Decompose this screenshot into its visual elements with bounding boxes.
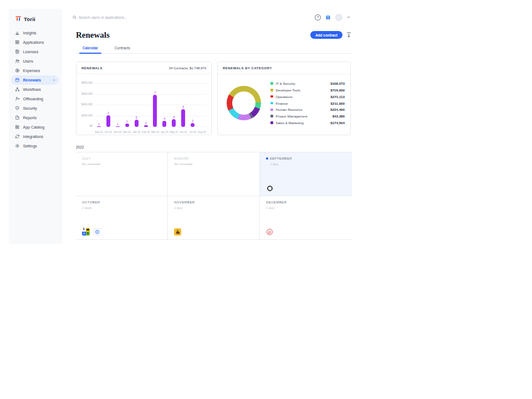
sidebar-item-settings[interactable]: Settings: [11, 141, 59, 151]
y-axis-tick: $200,000: [79, 115, 93, 117]
bar: [153, 95, 157, 127]
sidebar-item-reports[interactable]: Reports: [11, 113, 59, 122]
yellow-lock-app-icon[interactable]: [174, 228, 181, 236]
sidebar-item-security[interactable]: Security: [11, 104, 59, 113]
tab-bar: CalendarContracts: [76, 44, 352, 54]
insights-icon: [15, 30, 20, 35]
legend-label: Sales & Marketing: [276, 121, 304, 125]
bar: [144, 125, 148, 127]
renewals-icon: [15, 78, 20, 83]
bar: [97, 126, 101, 127]
bar: [181, 109, 185, 127]
password-manager-app-icon[interactable]: [94, 228, 101, 236]
month-status: 1 app: [266, 206, 346, 209]
month-status: 2 apps: [82, 206, 161, 209]
help-icon[interactable]: ?: [315, 14, 321, 21]
sidebar-item-licenses[interactable]: Licenses: [11, 47, 59, 57]
settings-icon: [15, 144, 20, 149]
month-name-row: JULY: [82, 157, 161, 160]
month-apps: E✈$: [82, 228, 161, 236]
sidebar-item-label: Reports: [23, 116, 37, 120]
month-apps: @: [266, 228, 346, 236]
sidebar-item-users[interactable]: Users: [11, 57, 59, 66]
applications-icon: [15, 40, 20, 45]
y-axis-tick: $600,000: [79, 93, 93, 96]
legend-row-project-management: Project Management$43,380: [270, 114, 345, 118]
bar-column-may-23: 4: [169, 116, 178, 127]
travel-expense-app-icon[interactable]: E✈$: [82, 228, 90, 236]
topbar-icons: ?: [315, 14, 350, 21]
reports-icon: [15, 115, 20, 120]
red-at-app-icon[interactable]: @: [266, 228, 273, 236]
x-axis-label: Nov 22: [113, 131, 122, 134]
legend-label: Project Management: [276, 114, 308, 118]
legend-row-finance: Finance$211,000: [270, 101, 345, 105]
legend-row-it-security: IT & Security$108,573: [270, 81, 345, 85]
bar-column-feb-23: 2: [141, 122, 151, 127]
bar-count-label: 2: [145, 122, 147, 125]
bar-columns: 12116274452: [94, 78, 207, 127]
legend-swatch: [270, 89, 273, 91]
bar-count-label: 6: [136, 116, 137, 119]
sidebar-item-label: Expenses: [23, 69, 40, 73]
month-name-row: SEPTEMBER: [266, 157, 346, 160]
sidebar-item-integrations[interactable]: Integrations: [11, 132, 59, 141]
sidebar-item-app-catalog[interactable]: App Catalog: [11, 122, 59, 132]
sidebar-item-label: Settings: [23, 144, 37, 148]
sidebar-item-expenses[interactable]: Expenses: [11, 66, 59, 75]
renewals-card-header: RENEWALS 34 Contracts, $1,748,970: [76, 62, 211, 74]
sidebar-item-applications[interactable]: Applications: [11, 38, 59, 47]
x-axis-label: Jan 23: [132, 131, 141, 134]
search-input[interactable]: [79, 16, 162, 19]
renewals-card: RENEWALS 34 Contracts, $1,748,970 $0$200…: [76, 62, 212, 135]
legend-value: $174,504: [330, 121, 345, 125]
bar: [191, 123, 195, 127]
y-axis-tick: $400,000: [79, 104, 93, 107]
month-name-row: AUGUST: [174, 157, 253, 160]
legend-swatch: [270, 121, 273, 124]
legend-row-operations: Operations$271,113: [270, 95, 345, 99]
filter-button[interactable]: [346, 32, 351, 38]
offboarding-icon: [15, 96, 20, 101]
sidebar-item-offboarding[interactable]: Offboarding: [11, 94, 59, 104]
legend-swatch: [270, 115, 273, 117]
sidebar-item-label: App Catalog: [23, 125, 45, 129]
legend-label: IT & Security: [276, 81, 295, 85]
user-avatar[interactable]: [335, 14, 342, 21]
x-axis-label: Dec 22: [122, 131, 132, 134]
tab-calendar[interactable]: Calendar: [81, 44, 100, 53]
legend-value: $271,113: [331, 95, 345, 99]
gift-icon[interactable]: [325, 14, 331, 20]
x-axis-label: Jul 23: [188, 131, 197, 134]
bar: [116, 126, 120, 127]
calendar-cell-december: DECEMBER1 app@: [260, 196, 352, 240]
sidebar-item-label: Security: [23, 106, 37, 110]
sidebar-item-insights[interactable]: Insights: [11, 28, 59, 38]
main-content: ? Renewals: [62, 9, 353, 244]
legend-label: Operations: [276, 95, 293, 99]
sidebar-item-workflows[interactable]: Workflows: [11, 85, 59, 94]
users-icon: [15, 59, 20, 64]
category-card: RENEWALS BY CATEGORY IT & Security$108,5…: [217, 62, 351, 135]
calendar-cell-july: JULYNo renewals: [76, 152, 168, 196]
filter-icon: [346, 32, 351, 38]
ring-logo-app-icon[interactable]: [266, 185, 273, 192]
bar: [106, 115, 110, 127]
month-status: 1 app: [174, 206, 253, 209]
tab-contracts[interactable]: Contracts: [113, 44, 132, 53]
donut-chart: [227, 86, 261, 120]
add-contract-button[interactable]: Add contract: [310, 31, 342, 39]
chevron-down-icon[interactable]: [347, 16, 350, 18]
sidebar-item-renewals[interactable]: Renewals›: [11, 75, 59, 85]
legend-row-human-resource: Human Resource$224,400: [270, 108, 345, 111]
month-apps: [266, 185, 346, 192]
legend-swatch: [270, 102, 273, 105]
expenses-icon: [15, 68, 20, 73]
x-axis-label: Jun 23: [178, 131, 188, 134]
sidebar-item-label: Licenses: [23, 50, 39, 54]
global-search: [73, 16, 315, 19]
sidebar-nav: InsightsApplicationsLicensesUsersExpense…: [9, 28, 61, 151]
bar: [162, 121, 166, 127]
calendar-cell-october: OCTOBER2 appsE✈$: [76, 196, 168, 240]
brand-logo[interactable]: Torii: [9, 14, 61, 23]
